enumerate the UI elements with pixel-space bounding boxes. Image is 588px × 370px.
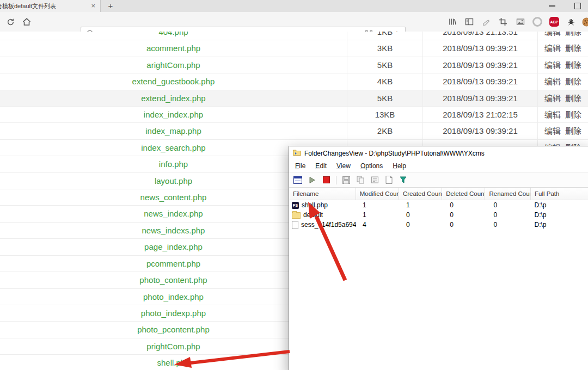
options-icon[interactable] [398,175,408,185]
edit-link[interactable]: 编辑 [544,77,561,86]
properties-icon[interactable] [370,175,379,185]
library-icon[interactable] [446,16,458,28]
fcv-filename-cell: sess_014f1d5a694517... [289,221,356,229]
edit-link[interactable]: 编辑 [544,44,561,53]
delete-link[interactable]: 删除 [565,126,581,135]
file-date: 2018/09/13 09:39:21 [423,123,538,139]
spider-icon[interactable] [565,16,577,28]
file-name-cell: acomment.php [0,40,347,56]
home-icon[interactable] [21,16,33,28]
adblock-plus-icon[interactable]: ABP [548,16,560,28]
cookie-icon[interactable] [580,16,588,28]
fcv-row[interactable]: PSshell.php1100D:\p [289,200,588,210]
fcv-deleted-count: 0 [443,201,487,209]
file-link[interactable]: page_index.php [144,242,203,251]
reload-icon[interactable] [4,16,16,28]
file-link[interactable]: index_search.php [141,143,205,152]
file-link[interactable]: info.php [159,159,188,169]
file-link[interactable]: arightCom.php [146,60,200,70]
file-size: 1KB [347,32,423,40]
fcv-menu-edit[interactable]: Edit [310,161,332,171]
maximize-icon[interactable] [574,3,581,9]
fcv-modified-count: 1 [356,201,400,209]
save-icon[interactable] [341,175,351,185]
file-date: 2018/09/13 21:13:51 [423,32,538,40]
fcv-menu-options[interactable]: Options [356,161,388,171]
file-link[interactable]: news_content.php [140,193,207,202]
fcv-column-header[interactable]: Deleted Count [442,188,485,200]
edit-link[interactable]: 编辑 [544,60,561,70]
loading-ring-icon[interactable] [531,16,543,28]
file-size: 13KB [347,107,423,122]
sidebar-icon[interactable] [463,16,475,28]
browser-tab[interactable]: 台模板default文件列表 × [0,0,101,12]
fcv-menu-view[interactable]: View [332,161,356,171]
fcv-column-header[interactable]: Filename [289,188,356,200]
new-tab-button[interactable]: + [103,0,118,12]
file-link[interactable]: extend_guestbook.php [132,77,215,86]
screenshot-icon[interactable] [497,16,509,28]
highlighter-icon[interactable] [481,16,493,28]
fcv-row[interactable]: sess_014f1d5a694517...4000D:\p [289,220,588,230]
fcv-modified-count: 1 [356,211,400,219]
minimize-icon[interactable] [549,5,555,7]
edit-link[interactable]: 编辑 [544,32,561,36]
file-actions: 编辑删除 [538,107,588,122]
fcv-full-path: D:\p [531,211,588,219]
file-link[interactable]: photo_pcontent.php [137,325,210,334]
fcv-menu-help[interactable]: Help [388,161,411,171]
navigation-bar: sb.com/index.php?r=admin/set/tplist&Mnam… [0,12,588,32]
file-link[interactable]: prightCom.php [146,342,200,351]
fcv-menu-file[interactable]: File [290,161,310,171]
file-link[interactable]: index_map.php [145,126,201,135]
delete-link[interactable]: 删除 [565,77,581,86]
file-size: 3KB [347,40,423,56]
delete-link[interactable]: 删除 [565,32,581,36]
edit-link[interactable]: 编辑 [544,126,561,135]
file-actions: 编辑删除 [538,73,588,89]
fcv-column-header[interactable]: Renamed Count [485,188,531,200]
fcv-created-count: 0 [400,221,443,229]
tab-close-icon[interactable]: × [91,0,95,12]
file-link[interactable]: news_index.php [144,209,203,218]
fcv-renamed-count: 0 [487,221,530,229]
copy-icon[interactable] [356,175,365,185]
file-link[interactable]: extend_index.php [141,94,205,103]
fcv-column-headers: FilenameModified CountCreated CountDelet… [289,188,588,200]
file-icon [292,221,298,229]
fcv-column-header[interactable]: Modified Count [356,188,399,200]
file-link[interactable]: index_index.php [144,110,203,119]
stop-monitor-icon[interactable] [321,175,331,185]
fcv-toolbar [289,172,588,188]
start-monitor-icon[interactable] [307,175,317,185]
fcv-column-header[interactable]: Full Path [531,188,588,200]
file-row: index_index.php13KB2018/09/13 21:02:15编辑… [0,107,588,123]
delete-link[interactable]: 删除 [565,94,581,103]
file-date: 2018/09/13 21:02:15 [423,107,538,122]
file-name-cell: 404.php [0,32,347,40]
file-link[interactable]: news_indexs.php [142,226,205,235]
fcv-column-header[interactable]: Created Count [399,188,442,200]
fcv-titlebar[interactable]: FolderChangesView - D:\phpStudy\PHPTutor… [289,146,588,160]
report-icon[interactable] [384,175,394,185]
file-link[interactable]: 404.php [158,32,188,36]
fcv-window-title: FolderChangesView - D:\phpStudy\PHPTutor… [304,150,485,157]
fcv-filename: default [303,211,323,219]
file-link[interactable]: shell.php [157,358,189,367]
file-link[interactable]: photo_indexp.php [141,309,206,318]
image-icon[interactable] [514,16,526,28]
fcv-row[interactable]: default1000D:\p [289,210,588,220]
edit-link[interactable]: 编辑 [544,110,561,119]
edit-link[interactable]: 编辑 [544,94,561,103]
file-link[interactable]: acomment.php [146,44,200,53]
file-date: 2018/09/13 09:39:21 [423,57,538,73]
delete-link[interactable]: 删除 [565,110,581,119]
file-link[interactable]: photo_content.php [139,275,207,285]
delete-link[interactable]: 删除 [565,44,581,53]
file-size: 5KB [347,57,423,73]
file-link[interactable]: layout.php [155,176,192,186]
delete-link[interactable]: 删除 [565,60,581,70]
choose-folder-icon[interactable] [293,175,303,185]
file-link[interactable]: pcomment.php [146,259,200,268]
file-link[interactable]: photo_index.php [143,292,204,301]
